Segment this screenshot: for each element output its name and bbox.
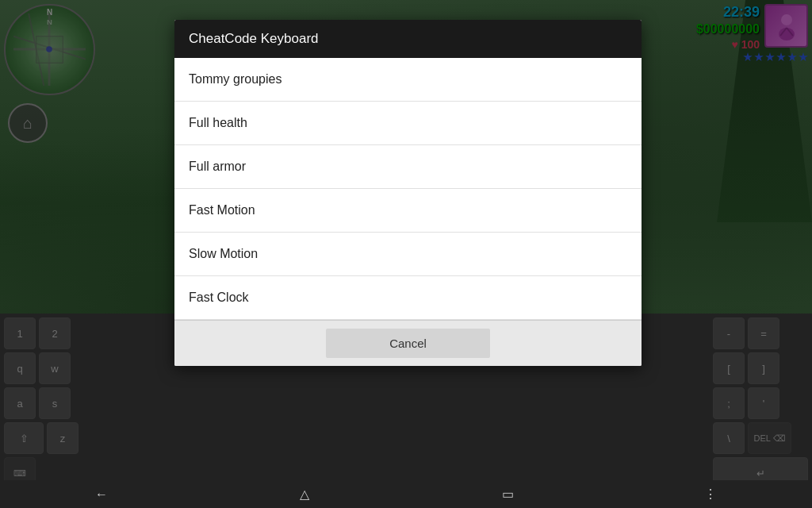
cheat-item-5[interactable]: Fast Clock — [174, 276, 642, 320]
nav-more-button[interactable]: ⋮ — [695, 480, 726, 508]
nav-recents-button[interactable]: ▭ — [492, 480, 523, 508]
dialog-list: Tommy groupies Full health Full armor Fa… — [174, 58, 642, 320]
dialog-footer: Cancel — [174, 320, 642, 366]
cheat-item-1[interactable]: Full health — [174, 102, 642, 145]
cancel-button[interactable]: Cancel — [326, 329, 490, 358]
dialog-title: CheatCode Keyboard — [174, 20, 642, 58]
cheatcode-dialog: CheatCode Keyboard Tommy groupies Full h… — [174, 20, 642, 366]
cheat-item-3[interactable]: Fast Motion — [174, 189, 642, 233]
nav-home-button[interactable]: △ — [289, 480, 320, 508]
cheat-item-0[interactable]: Tommy groupies — [174, 58, 642, 102]
cheat-item-4[interactable]: Slow Motion — [174, 233, 642, 276]
nav-back-button[interactable]: ← — [86, 480, 117, 508]
nav-bar: ← △ ▭ ⋮ — [0, 480, 812, 508]
cheat-item-2[interactable]: Full armor — [174, 145, 642, 189]
